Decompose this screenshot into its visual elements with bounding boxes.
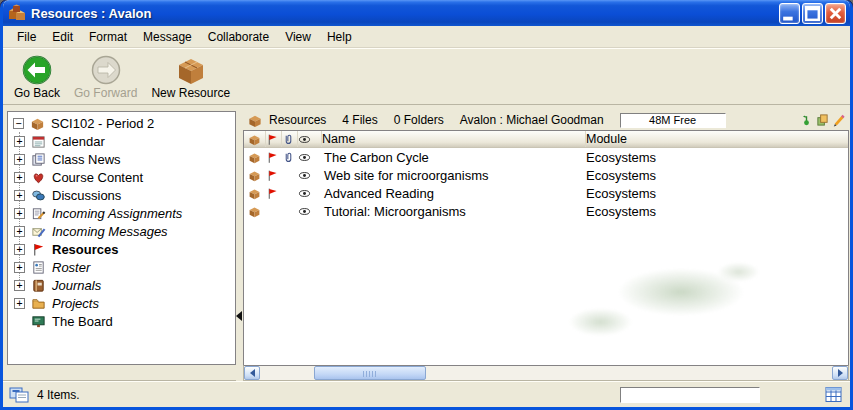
package-column-icon[interactable] <box>248 131 266 147</box>
panel-splitter[interactable] <box>236 111 243 381</box>
minimize-button[interactable] <box>779 3 800 24</box>
menubar: File Edit Format Message Collaborate Vie… <box>3 26 850 48</box>
pencil-icon[interactable] <box>832 113 845 127</box>
eye-icon <box>298 205 322 218</box>
tree-item-incoming-assignments[interactable]: + Incoming Assignments <box>8 204 235 222</box>
flag-icon <box>266 169 282 182</box>
copy-pages-icon[interactable] <box>816 113 829 127</box>
list-column-header[interactable]: Name Module <box>244 131 848 148</box>
menu-help[interactable]: Help <box>319 27 360 47</box>
package-icon <box>248 169 266 182</box>
expand-icon[interactable]: + <box>14 244 25 255</box>
eye-column-icon[interactable] <box>298 131 322 147</box>
package-icon <box>247 113 263 128</box>
tree-item-label: Discussions <box>52 188 121 203</box>
assignment-icon <box>30 206 47 221</box>
tree-root[interactable]: − SCI102 - Period 2 <box>8 114 235 132</box>
resource-row[interactable]: Tutorial: Microorganisms Ecosystems <box>244 202 848 220</box>
grid-view-icon[interactable] <box>824 386 844 403</box>
expand-icon[interactable]: + <box>14 226 25 237</box>
scrollbar-thumb[interactable] <box>314 366 426 380</box>
tree-item-label: Resources <box>52 242 118 257</box>
titlebar[interactable]: Resources : Avalon <box>3 0 850 26</box>
expand-icon[interactable]: + <box>14 262 25 273</box>
go-back-button[interactable]: Go Back <box>9 52 65 101</box>
horizontal-scrollbar[interactable] <box>243 365 849 381</box>
expand-icon[interactable]: + <box>14 136 25 147</box>
tree-item-label: Course Content <box>52 170 143 185</box>
server-owner: Avalon : Michael Goodman <box>460 113 604 127</box>
close-button[interactable] <box>825 3 846 24</box>
new-resource-button[interactable]: New Resource <box>146 52 235 101</box>
tree-item-the-board[interactable]: The Board <box>8 312 235 330</box>
flag-column-icon[interactable] <box>266 131 282 147</box>
tree-item-incoming-messages[interactable]: + Incoming Messages <box>8 222 235 240</box>
course-icon <box>29 116 46 131</box>
resource-name[interactable]: Web site for microorganisms <box>322 168 586 183</box>
resource-module: Ecosystems <box>586 186 848 201</box>
header-tool-icons <box>800 113 845 127</box>
tree-item-label: Calendar <box>52 134 105 149</box>
expand-icon[interactable]: + <box>14 190 25 201</box>
tree-item-roster[interactable]: + Roster <box>8 258 235 276</box>
resource-row[interactable]: Advanced Reading Ecosystems <box>244 184 848 202</box>
module-column-header[interactable]: Module <box>586 131 848 147</box>
tree-item-journals[interactable]: + Journals <box>8 276 235 294</box>
roster-icon <box>30 260 47 275</box>
view-panes-icon[interactable] <box>9 386 29 403</box>
maximize-button[interactable] <box>802 3 823 24</box>
tree-item-class-news[interactable]: + Class News <box>8 150 235 168</box>
expander-spacer <box>14 316 25 327</box>
eye-icon <box>298 187 322 200</box>
content-panel: Resources 4 Files 0 Folders Avalon : Mic… <box>243 111 849 381</box>
menu-view[interactable]: View <box>277 27 319 47</box>
menu-format[interactable]: Format <box>81 27 135 47</box>
menu-file[interactable]: File <box>9 27 44 47</box>
go-forward-label: Go Forward <box>74 86 137 100</box>
menu-message[interactable]: Message <box>135 27 200 47</box>
resource-name[interactable]: Advanced Reading <box>322 186 586 201</box>
collapse-icon[interactable]: − <box>13 118 24 129</box>
collapse-panel-arrow-icon[interactable] <box>236 311 242 321</box>
app-window: Resources : Avalon File Edit Format Mess… <box>0 0 853 410</box>
menu-collaborate[interactable]: Collaborate <box>200 27 277 47</box>
tree-item-resources[interactable]: + Resources <box>8 240 235 258</box>
resource-row[interactable]: The Carbon Cycle Ecosystems <box>244 148 848 166</box>
tree-item-discussions[interactable]: + Discussions <box>8 186 235 204</box>
flag-icon <box>266 187 282 200</box>
resource-row[interactable]: Web site for microorganisms Ecosystems <box>244 166 848 184</box>
scroll-right-button[interactable] <box>832 366 848 380</box>
tree-item-projects[interactable]: + Projects <box>8 294 235 312</box>
panel-title: Resources <box>269 113 326 127</box>
tree-item-course-content[interactable]: + Course Content <box>8 168 235 186</box>
package-icon <box>248 151 266 164</box>
tree-item-calendar[interactable]: + Calendar <box>8 132 235 150</box>
resource-name[interactable]: The Carbon Cycle <box>322 150 586 165</box>
resource-module: Ecosystems <box>586 204 848 219</box>
expand-icon[interactable]: + <box>14 298 25 309</box>
resource-list: Name Module The Carbo <box>243 130 849 365</box>
expand-icon[interactable]: + <box>14 208 25 219</box>
paperclip-icon <box>282 151 298 164</box>
left-arrow-icon <box>250 369 255 377</box>
package-icon <box>175 54 207 86</box>
files-count: 4 Files <box>342 113 377 127</box>
menu-edit[interactable]: Edit <box>44 27 81 47</box>
resource-name[interactable]: Tutorial: Microorganisms <box>322 204 586 219</box>
expand-icon[interactable]: + <box>14 172 25 183</box>
tree-item-label: Class News <box>52 152 121 167</box>
package-icon <box>248 205 266 218</box>
go-forward-button[interactable]: Go Forward <box>69 52 142 101</box>
tree-item-label: Roster <box>52 260 90 275</box>
sprout-status-icon[interactable] <box>800 113 813 127</box>
paperclip-column-icon[interactable] <box>282 131 298 147</box>
scroll-left-button[interactable] <box>244 366 260 380</box>
right-arrow-icon <box>838 369 843 377</box>
tree-item-label: Journals <box>52 278 101 293</box>
expand-icon[interactable]: + <box>14 154 25 165</box>
forward-arrow-icon <box>90 54 122 86</box>
status-entry-field[interactable] <box>620 387 760 403</box>
name-column-header[interactable]: Name <box>322 131 586 147</box>
board-icon <box>30 314 47 329</box>
expand-icon[interactable]: + <box>14 280 25 291</box>
